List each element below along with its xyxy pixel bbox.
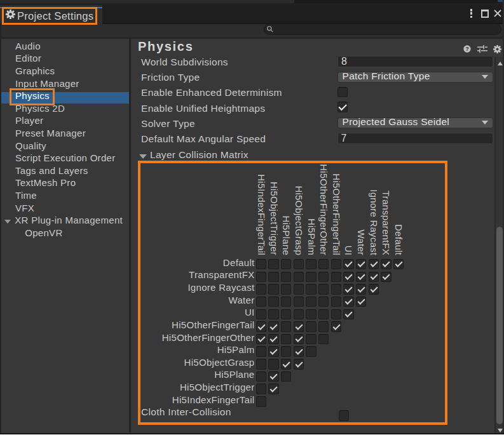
svg-text:?: ?: [465, 46, 468, 52]
